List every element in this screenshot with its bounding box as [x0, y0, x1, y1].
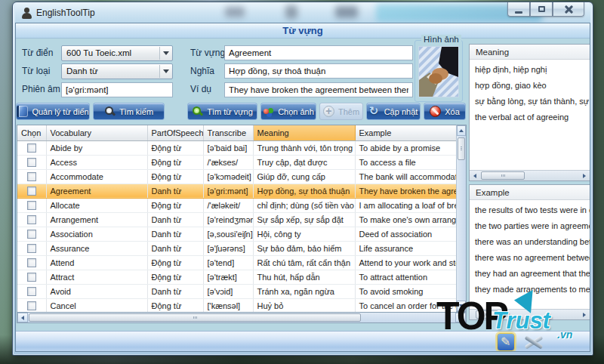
vertical-scroll-thumb[interactable] [458, 137, 465, 160]
cell-meaning: Hội, công ty [253, 227, 355, 241]
col-chon[interactable]: Chọn [17, 125, 46, 140]
vocab-table-body: Abide byĐộng từ[ə'baid bai]Trung thành v… [17, 140, 456, 313]
label-tu-dien: Từ điển [22, 48, 53, 58]
table-row[interactable]: ArrangementDanh từ[ə'reindʒmənt]Sự sắp x… [17, 212, 456, 227]
row-checkbox[interactable] [27, 158, 36, 167]
cell-vocabulary: Attend [46, 255, 147, 270]
toolbar-button-delete[interactable]: Xóa [424, 103, 466, 120]
row-checkbox[interactable] [27, 143, 36, 153]
col-partofspeech[interactable]: PartOfSpeech [147, 125, 203, 140]
vocabulary-input[interactable] [224, 45, 413, 60]
table-row[interactable]: AvoidDanh từ[ə'vɔid]Tránh xa, ngăn ngừaT… [17, 284, 456, 298]
toolbar-button-book[interactable]: Quản lý từ điển [16, 103, 90, 120]
row-checkbox[interactable] [27, 187, 36, 196]
toolbar-button-search[interactable]: Tìm kiếm [93, 103, 165, 120]
word-image[interactable] [418, 46, 459, 97]
cell-transcribe: [ə'gri:mənt] [203, 184, 253, 198]
text-line: they made arrangements to meet in Cl [475, 282, 590, 298]
meaning-scrollbar[interactable] [470, 170, 590, 180]
row-checkbox[interactable] [27, 273, 36, 282]
toolbar-button-refresh[interactable]: Cập nhật [366, 103, 421, 120]
minimize-button[interactable] [507, 2, 530, 17]
button-label: Chọn ảnh [278, 107, 314, 116]
maximize-button[interactable] [530, 2, 553, 17]
meaning-panel-body[interactable]: hiệp định, hiệp nghịhợp đồng, giao kèosự… [470, 60, 590, 125]
horizontal-scroll-thumb[interactable] [29, 313, 361, 322]
col-meaning[interactable]: Meaning [253, 125, 355, 140]
example-scrollbar[interactable] [470, 309, 590, 319]
horizontal-scroll-thumb[interactable] [481, 171, 525, 180]
example-panel-body[interactable]: the results of two tests were in corresp… [470, 200, 590, 298]
close-button[interactable] [553, 2, 584, 17]
table-row[interactable]: Abide byĐộng từ[ə'baid bai]Trung thành v… [17, 140, 456, 155]
text-line: sự bằng lòng, sự tán thành, sự đồng ý [475, 94, 590, 110]
scroll-up-button[interactable] [457, 125, 466, 136]
col-example[interactable]: Example [355, 125, 456, 140]
scroll-left-button[interactable] [470, 171, 480, 180]
cell-part_of_speech: Động từ [147, 255, 203, 270]
cell-meaning: Rất chú tâm, rất cẩn thận [253, 255, 355, 270]
table-row[interactable]: AccommodateĐộng từ[ə'kɔmədeit]Giúp đỡ, c… [17, 169, 456, 184]
horizontal-scroll-thumb[interactable] [476, 310, 498, 319]
table-horizontal-scrollbar[interactable] [17, 312, 467, 323]
toolbar-button-images[interactable]: Chọn ảnh [260, 103, 316, 120]
cell-transcribe: [ə'tend] [203, 255, 253, 270]
example-panel-header: Example [470, 185, 590, 200]
toolbar-button-add[interactable]: Thêm [319, 103, 363, 120]
table-vertical-scrollbar[interactable] [456, 125, 467, 312]
row-checkbox[interactable] [27, 201, 36, 210]
col-vocabulary[interactable]: Vocabulary [46, 125, 147, 140]
button-label: Xóa [445, 107, 460, 116]
cell-example: To access a file [355, 155, 456, 169]
cell-meaning: Tránh xa, ngăn ngừa [253, 284, 355, 298]
desktop-blur-smudge [285, 5, 297, 19]
cell-vocabulary: Cancel [46, 298, 147, 313]
col-transcribe[interactable]: Transcribe [203, 125, 253, 140]
cell-part_of_speech: Danh từ [147, 212, 203, 227]
row-checkbox[interactable] [27, 258, 36, 267]
row-checkbox[interactable] [27, 172, 36, 181]
text-line: there was an understanding between [475, 234, 590, 250]
titlebar[interactable]: EnglishToolTip [15, 2, 590, 23]
table-row[interactable]: AttractĐộng từ[ə'trækt]Thu hút, hấp dẫnT… [17, 270, 456, 284]
table-row[interactable]: AgreementDanh từ[ə'gri:mənt]Hợp đồng, sự… [17, 184, 456, 198]
cell-vocabulary: Accommodate [46, 169, 147, 184]
row-checkbox[interactable] [27, 301, 36, 310]
arrow-left-icon [473, 174, 476, 178]
cell-vocabulary: Agreement [46, 184, 147, 198]
table-row[interactable]: AttendĐộng từ[ə'tend]Rất chú tâm, rất cẩ… [17, 255, 456, 270]
row-checkbox[interactable] [27, 230, 36, 239]
scroll-right-button[interactable] [579, 171, 590, 180]
label-tu-vung: Từ vựng [190, 48, 225, 58]
dictionary-select[interactable]: 600 Tu Toeic.xml [61, 45, 173, 61]
image-groupbox-label: Hình ảnh [421, 35, 461, 44]
scroll-down-button[interactable] [457, 301, 466, 311]
cell-example: To abide by a promise [355, 140, 456, 155]
example-input[interactable] [224, 82, 413, 97]
row-checkbox[interactable] [27, 244, 36, 253]
chevron-down-icon[interactable] [159, 47, 171, 60]
scroll-right-button[interactable] [579, 310, 590, 319]
cell-example: I am allocating a loaf of bread to e [355, 198, 456, 212]
toolbar-button-search-green[interactable]: Tìm từ vựng [187, 103, 257, 120]
transcription-input[interactable] [61, 82, 173, 97]
example-panel: Example the results of two tests were in… [469, 184, 590, 320]
table-row[interactable]: AllocateĐộng từ/'æləkeit/chỉ định; dùng … [17, 198, 456, 212]
text-line: the two parties were in agreement [475, 218, 590, 234]
refresh-icon [369, 106, 381, 117]
images-icon [263, 106, 274, 117]
chevron-down-icon[interactable] [159, 65, 171, 78]
cell-meaning: Sự sắp xếp, sự sắp đặt [253, 212, 355, 227]
table-row[interactable]: CancelĐộng từ['kænsəl]Huỷ bỏTo cancel an… [17, 298, 456, 313]
table-row[interactable]: AssociationDanh từ[ə,sousi'eiʃn]Hội, côn… [17, 227, 456, 241]
cell-example: Attend to your work and stop talki [355, 255, 456, 270]
scroll-right-button[interactable] [455, 313, 466, 322]
scroll-left-button[interactable] [17, 313, 28, 322]
table-row[interactable]: AssuranceDanh từ[ə'ʃuərəns]Sự bảo đảm, b… [17, 241, 456, 255]
part-of-speech-select[interactable]: Danh từ [61, 63, 173, 79]
table-row[interactable]: AccessĐộng từ/'ækses/Truy cập, đạt đượcT… [17, 155, 456, 169]
meaning-input[interactable] [224, 63, 413, 79]
row-checkbox[interactable] [27, 215, 36, 224]
row-checkbox[interactable] [27, 287, 36, 296]
cell-example: To cancel an order for the goods [355, 298, 456, 313]
